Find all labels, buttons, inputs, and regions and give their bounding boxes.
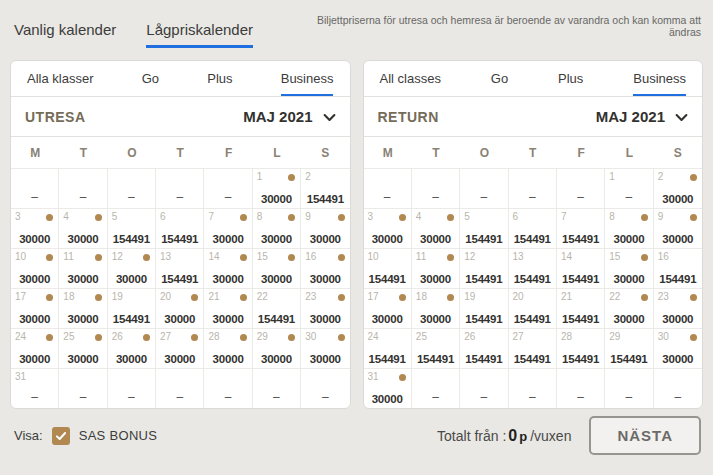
calendar-day-cell[interactable]: 3030000 [301, 328, 349, 368]
tab-vanlig-kalender[interactable]: Vanlig kalender [14, 21, 116, 48]
weekday-label: T [412, 146, 460, 160]
calendar-day-cell[interactable]: 10154491 [364, 248, 412, 288]
calendar-day-cell[interactable]: 2330000 [654, 288, 702, 328]
outbound-day-grid: –––––13000021544913300004300005154491615… [11, 168, 350, 408]
calendar-day-cell[interactable]: 830000 [253, 208, 301, 248]
price-value: 30000 [301, 313, 349, 325]
calendar-day-cell[interactable]: 2830000 [204, 328, 252, 368]
calendar-day-cell[interactable]: 230000 [654, 168, 702, 208]
calendar-day-cell[interactable]: 5154491 [460, 208, 508, 248]
calendar-day-cell[interactable]: 1630000 [301, 248, 349, 288]
calendar-day-cell[interactable]: 2030000 [156, 288, 204, 328]
calendar-day-cell[interactable]: 1430000 [204, 248, 252, 288]
calendar-day-cell[interactable]: 2930000 [253, 328, 301, 368]
price-value: 154491 [301, 193, 349, 205]
calendar-day-cell[interactable]: 1130000 [59, 248, 107, 288]
low-price-dot-icon [240, 294, 247, 301]
day-number: 27 [513, 331, 524, 342]
no-price-dash: – [301, 390, 349, 404]
no-price-dash: – [11, 390, 58, 404]
calendar-day-cell[interactable]: 6154491 [509, 208, 557, 248]
calendar-day-cell: – [509, 168, 557, 208]
calendar-day-cell[interactable]: 930000 [654, 208, 702, 248]
class-tab-business[interactable]: Business [633, 71, 686, 96]
class-tab-business[interactable]: Business [281, 71, 334, 96]
calendar-day-cell[interactable]: 1830000 [412, 288, 460, 328]
calendar-day-cell[interactable]: 13154491 [156, 248, 204, 288]
calendar-day-cell[interactable]: 2330000 [301, 288, 349, 328]
calendar-day-cell[interactable]: 430000 [59, 208, 107, 248]
outbound-month-selector[interactable]: MAJ 2021 [243, 108, 335, 125]
calendar-day-cell[interactable]: 20154491 [509, 288, 557, 328]
calendar-day-cell[interactable]: 2630000 [108, 328, 156, 368]
low-price-dot-icon [95, 214, 102, 221]
calendar-day-cell[interactable]: 330000 [364, 208, 412, 248]
calendar-day-cell[interactable]: 12154491 [460, 248, 508, 288]
sas-bonus-checkbox[interactable] [52, 427, 70, 445]
calendar-day-cell[interactable]: 2430000 [11, 328, 59, 368]
calendar-day-cell[interactable]: 1730000 [364, 288, 412, 328]
next-button[interactable]: NÄSTA [589, 416, 701, 455]
calendar-day-cell[interactable]: 3130000 [364, 368, 412, 408]
calendar-day-cell[interactable]: 830000 [605, 208, 653, 248]
calendar-day-cell[interactable]: 14154491 [557, 248, 605, 288]
calendar-day-cell[interactable]: 930000 [301, 208, 349, 248]
calendar-day-cell[interactable]: 7154491 [557, 208, 605, 248]
calendar-day-cell: – [204, 368, 252, 408]
calendar-day-cell[interactable]: 1130000 [412, 248, 460, 288]
calendar-day-cell[interactable]: 5154491 [108, 208, 156, 248]
day-number: 12 [112, 251, 123, 262]
class-tab-plus[interactable]: Plus [558, 71, 583, 96]
calendar-day-cell[interactable]: 1730000 [11, 288, 59, 328]
day-number: 13 [160, 251, 171, 262]
calendar-day-cell: – [108, 368, 156, 408]
calendar-day-cell[interactable]: 1230000 [108, 248, 156, 288]
low-price-dot-icon [641, 214, 648, 221]
return-month-selector[interactable]: MAJ 2021 [596, 108, 688, 125]
calendar-day-cell[interactable]: 26154491 [460, 328, 508, 368]
no-price-dash: – [460, 390, 507, 404]
class-tab-go[interactable]: Go [142, 71, 159, 96]
calendar-day-cell[interactable]: 27154491 [509, 328, 557, 368]
calendar-day-cell[interactable]: 1530000 [253, 248, 301, 288]
calendar-day-cell[interactable]: 25154491 [412, 328, 460, 368]
calendar-day-cell[interactable]: 2530000 [59, 328, 107, 368]
price-value: 30000 [253, 273, 300, 285]
calendar-day-cell[interactable]: 19154491 [460, 288, 508, 328]
calendar-day-cell[interactable]: 28154491 [557, 328, 605, 368]
calendar-day-cell: – [654, 368, 702, 408]
calendar-day-cell[interactable]: 2230000 [605, 288, 653, 328]
calendar-day-cell[interactable]: 3030000 [654, 328, 702, 368]
calendar-day-cell: – [156, 368, 204, 408]
calendar-day-cell[interactable]: 130000 [253, 168, 301, 208]
calendar-day-cell[interactable]: 1030000 [11, 248, 59, 288]
calendar-day-cell[interactable]: 2130000 [204, 288, 252, 328]
day-number: 28 [208, 331, 219, 342]
class-tab-all-classes[interactable]: All classes [380, 71, 441, 96]
class-tab-plus[interactable]: Plus [207, 71, 232, 96]
calendar-day-cell[interactable]: 19154491 [108, 288, 156, 328]
calendar-day-cell[interactable]: 1830000 [59, 288, 107, 328]
price-value: 30000 [654, 313, 702, 325]
calendar-day-cell[interactable]: 13154491 [509, 248, 557, 288]
calendar-day-cell[interactable]: 430000 [412, 208, 460, 248]
calendar-day-cell: – [364, 168, 412, 208]
class-tab-go[interactable]: Go [491, 71, 508, 96]
class-tab-alla-klasser[interactable]: Alla klasser [27, 71, 93, 96]
tab-lagpriskalender[interactable]: Lågpriskalender [146, 21, 253, 48]
calendar-day-cell[interactable]: 16154491 [654, 248, 702, 288]
calendar-day-cell[interactable]: 2154491 [301, 168, 349, 208]
calendar-day-cell[interactable]: 21154491 [557, 288, 605, 328]
calendar-day-cell[interactable]: 6154491 [156, 208, 204, 248]
calendar-day-cell[interactable]: 29154491 [605, 328, 653, 368]
calendar-day-cell[interactable]: 1530000 [605, 248, 653, 288]
weekday-label: F [557, 146, 605, 160]
calendar-day-cell[interactable]: 24154491 [364, 328, 412, 368]
day-number: 19 [464, 291, 475, 302]
calendar-day-cell[interactable]: 330000 [11, 208, 59, 248]
calendar-day-cell[interactable]: 730000 [204, 208, 252, 248]
calendar-day-cell[interactable]: 2730000 [156, 328, 204, 368]
calendar-day-cell[interactable]: 22154491 [253, 288, 301, 328]
weekday-label: F [204, 146, 252, 160]
low-price-dot-icon [95, 334, 102, 341]
